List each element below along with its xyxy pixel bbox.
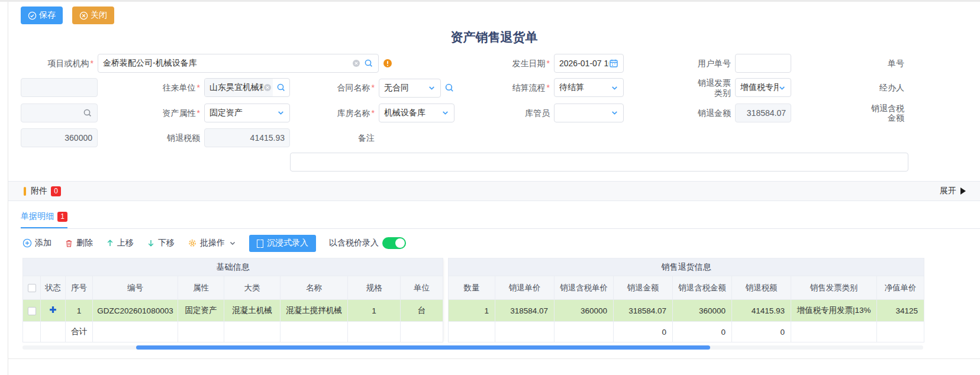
settlement-value: 待结算 [559,82,611,93]
move-down-button-label: 下移 [158,238,175,248]
keeper-select[interactable] [554,104,624,122]
search-icon[interactable] [364,59,373,68]
trash-icon [65,239,73,248]
tab-detail[interactable]: 单据明细 1 [21,211,67,228]
project-value: 金桥装配公司-机械设备库 [103,58,352,69]
invoice-type-select[interactable]: 增值税专用发票|13% [735,78,791,97]
close-button-label: 关闭 [91,10,107,21]
row-amount-cell[interactable]: 318584.07 [614,300,673,322]
contract-value: 无合同 [384,83,428,93]
warehouse-value: 机械设备库 [384,108,441,118]
warehouse-select[interactable]: 机械设备库 [379,104,454,122]
total-empty-cell [401,322,443,342]
bottom-divider [8,358,980,359]
asset-attr-select[interactable]: 固定资产 [204,104,290,122]
move-up-button[interactable]: 上移 [106,238,134,248]
add-button[interactable]: 添加 [22,238,51,248]
handler-label: 经办人 [791,78,908,98]
row-amount-tax-cell[interactable]: 360000 [673,300,732,322]
amount-label: 销退金额 [624,104,735,124]
action-bar: 保存 关闭 [21,7,980,24]
contract-label: 合同名称 [290,78,379,98]
info-icon[interactable] [383,59,392,68]
row-price-tax-cell[interactable]: 360000 [555,300,614,322]
save-button-label: 保存 [39,10,56,21]
counterparty-input[interactable]: 山东昊宜机械租赁有限 [204,78,290,97]
clear-icon[interactable] [352,59,360,67]
grid-toolbar: 添加 删除 上移 下移 [22,234,980,252]
amount-tax-label: 销退含税金额 [791,104,908,124]
select-all-cell [23,276,41,300]
total-empty-cell [791,322,877,342]
clear-icon[interactable] [263,83,272,92]
attachments-label: 附件 [31,186,47,196]
delete-button-label: 删除 [76,238,93,248]
remark-input[interactable] [290,153,908,172]
save-button[interactable]: 保存 [21,7,63,24]
row-tax-cell[interactable]: 41415.93 [732,300,791,322]
row-category-cell[interactable]: 混凝土机械 [224,300,281,322]
expand-button[interactable]: 展开 [940,186,966,196]
user-doc-no-label: 用户单号 [624,54,735,73]
expand-label: 展开 [940,186,956,196]
row-attr-cell[interactable]: 固定资产 [178,300,224,322]
row-checkbox[interactable] [28,307,36,315]
batch-button-label: 批操作 [200,238,225,248]
occur-date-label: 发生日期 [454,54,554,73]
row-spec-cell[interactable]: 1 [348,300,401,322]
search-icon[interactable] [273,83,289,92]
immersive-entry-button[interactable]: 沉浸式录入 [249,235,316,252]
search-icon[interactable] [444,83,454,93]
arrow-up-icon [106,239,114,247]
row-net-price-cell[interactable]: 34125 [877,300,924,322]
row-status-cell[interactable] [41,300,66,322]
counterparty-value: 山东昊宜机械租赁有限 [209,82,263,93]
move-down-button[interactable]: 下移 [147,238,175,248]
handler-input[interactable] [21,104,98,122]
chevron-down-icon [441,109,449,117]
occur-date-value: 2026-01-07 10:29:34 [559,59,609,68]
doc-no-input [21,78,98,97]
delete-button[interactable]: 删除 [65,238,93,248]
row-name-cell[interactable]: 混凝土搅拌机械 [281,300,348,322]
group-header-sales: 销售退货信息 [449,258,924,276]
project-input[interactable]: 金桥装配公司-机械设备库 [98,54,379,73]
total-empty-cell [224,322,281,342]
contract-cell: 无合同 [379,78,454,98]
batch-button[interactable]: 批操作 [188,238,236,248]
calendar-icon[interactable] [609,59,618,68]
page-title: 资产销售退货单 [8,29,980,46]
total-amount-cell: 0 [614,322,673,342]
settlement-select[interactable]: 待结算 [554,78,624,97]
gear-icon [188,238,197,248]
horizontal-scrollbar-track[interactable] [22,345,923,350]
select-all-checkbox[interactable] [28,284,36,292]
total-empty-cell [348,322,401,342]
col-amount: 销退金额 [614,276,673,300]
close-button[interactable]: 关闭 [72,7,114,24]
total-empty-cell [495,322,555,342]
doc-no-label: 单号 [791,54,908,73]
col-code: 编号 [93,276,178,300]
total-row: 合计 [23,322,443,342]
immersive-entry-label: 沉浸式录入 [267,238,308,248]
row-price-cell[interactable]: 318584.07 [495,300,555,322]
check-circle-icon [28,11,37,20]
search-icon[interactable] [83,108,92,118]
tax-entry-toggle[interactable] [382,237,406,249]
asset-code-link[interactable]: GDZC202601080003 [93,300,178,322]
col-tax: 销退税额 [732,276,791,300]
row-qty-cell[interactable]: 1 [449,300,495,322]
row-seq-cell[interactable]: 1 [66,300,93,322]
row-unit-cell[interactable]: 台 [401,300,443,322]
occur-date-input[interactable]: 2026-01-07 10:29:34 [554,54,624,73]
settlement-label: 结算流程 [454,78,554,98]
user-doc-no-input[interactable] [735,54,791,73]
col-seq: 序号 [66,276,93,300]
contract-select[interactable]: 无合同 [379,79,441,98]
row-invoice-type-cell[interactable]: 增值税专用发票|13% [791,300,877,322]
chevron-down-icon [611,84,618,92]
move-up-button-label: 上移 [117,238,134,248]
horizontal-scrollbar-thumb[interactable] [136,345,710,350]
col-spec: 规格 [348,276,401,300]
